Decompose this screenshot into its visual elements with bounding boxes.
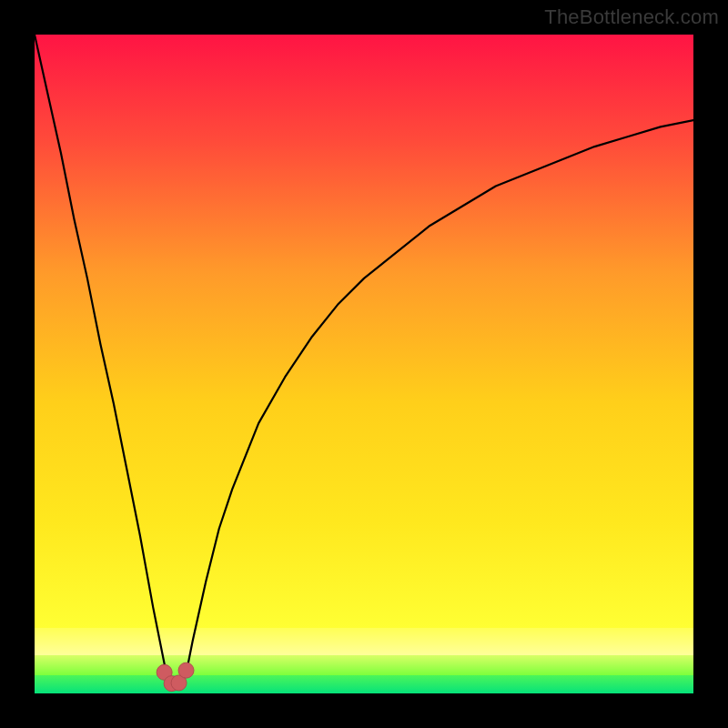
curve-path bbox=[35, 35, 693, 687]
outer-frame: TheBottleneck.com bbox=[0, 0, 728, 728]
bottleneck-curve bbox=[35, 35, 693, 693]
plot-area bbox=[35, 35, 693, 693]
curve-marker bbox=[178, 662, 194, 678]
curve-markers bbox=[157, 662, 194, 691]
watermark-text: TheBottleneck.com bbox=[544, 5, 719, 29]
